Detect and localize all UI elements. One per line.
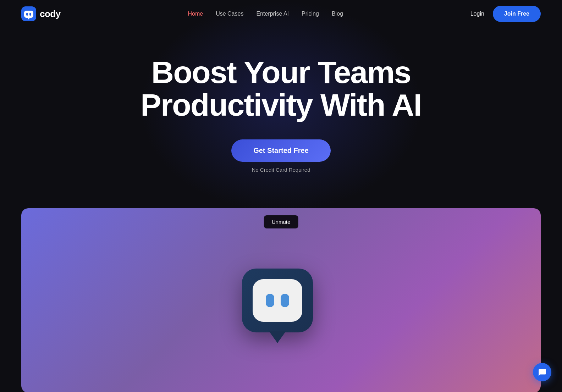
- logo-link[interactable]: cody: [21, 6, 61, 21]
- mascot-face: [253, 279, 302, 322]
- nav-links: Home Use Cases Enterprise AI Pricing Blo…: [188, 11, 343, 17]
- chat-widget-button[interactable]: [533, 363, 551, 381]
- hero-section: Boost Your Teams Productivity With AI Ge…: [0, 28, 562, 194]
- no-credit-card-text: No Credit Card Required: [252, 167, 310, 173]
- nav-item-home[interactable]: Home: [188, 11, 203, 17]
- mascot-left-eye: [266, 294, 274, 307]
- logo-icon: [21, 6, 36, 21]
- demo-inner: Unmute: [21, 208, 541, 392]
- nav-item-use-cases[interactable]: Use Cases: [216, 11, 243, 17]
- unmute-button[interactable]: Unmute: [264, 215, 298, 228]
- logo-text: cody: [40, 9, 61, 20]
- svg-rect-2: [26, 13, 28, 16]
- hero-title: Boost Your Teams Productivity With AI: [121, 56, 441, 122]
- nav-item-enterprise-ai[interactable]: Enterprise AI: [256, 11, 289, 17]
- navbar: cody Home Use Cases Enterprise AI Pricin…: [0, 0, 562, 28]
- mascot-body: [242, 269, 313, 332]
- svg-rect-1: [24, 11, 33, 18]
- mascot-right-eye: [281, 294, 289, 307]
- svg-rect-3: [29, 13, 31, 16]
- mascot-container: [21, 254, 541, 347]
- chat-widget-icon: [538, 368, 547, 377]
- login-button[interactable]: Login: [470, 11, 484, 17]
- join-free-button[interactable]: Join Free: [493, 6, 541, 22]
- demo-section: Unmute: [21, 208, 541, 392]
- nav-item-blog[interactable]: Blog: [332, 11, 343, 17]
- mascot: [242, 269, 320, 347]
- hero-cta-group: Get Started Free No Credit Card Required: [7, 139, 555, 173]
- get-started-button[interactable]: Get Started Free: [231, 139, 331, 162]
- nav-item-pricing[interactable]: Pricing: [302, 11, 319, 17]
- nav-actions: Login Join Free: [470, 6, 541, 22]
